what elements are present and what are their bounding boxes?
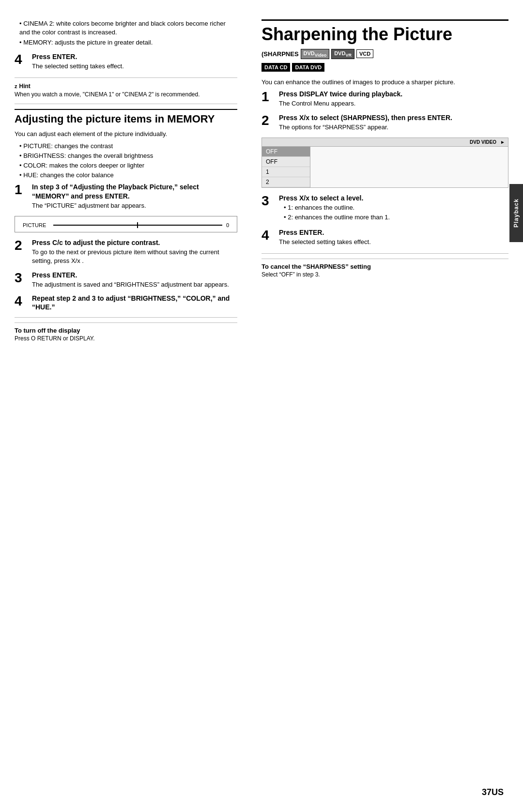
bullet-brightness: BRIGHTNESS: changes the overall brightne… <box>19 152 237 160</box>
bullet-color: COLOR: makes the colors deeper or lighte… <box>19 161 237 170</box>
memory-step1: 1 In step 3 of “Adjusting the Playback P… <box>15 183 237 212</box>
memory-step2-content: Press C/c to adjust the picture contrast… <box>29 238 237 268</box>
step4-left-content: Press ENTER. The selected setting takes … <box>29 52 237 73</box>
page: CINEMA 2: white colors become brighter a… <box>0 0 523 812</box>
divider3 <box>15 317 237 318</box>
memory-step3-desc: The adjustment is saved and “BRIGHTNESS”… <box>32 280 237 289</box>
top-bullets: CINEMA 2: white colors become brighter a… <box>15 19 237 47</box>
turn-off-title: To turn off the display <box>15 327 237 334</box>
adj-bar-zero: 0 <box>226 222 229 228</box>
sharpness-menu-body: OFF OFF 1 2 <box>262 147 508 187</box>
turn-off-section: To turn off the display Press O RETURN o… <box>15 322 237 342</box>
memory-step1-title: In step 3 of “Adjusting the Playback Pic… <box>32 183 237 200</box>
left-column: CINEMA 2: white colors become brighter a… <box>15 19 252 793</box>
right-step4: 4 Press ENTER. The selected setting take… <box>262 228 508 248</box>
right-column: Sharpening the Picture (SHARPNES DVDVide… <box>252 19 508 793</box>
memory-step1-content: In step 3 of “Adjusting the Playback Pic… <box>29 183 237 212</box>
badge-dvdvr: DVDVR <box>331 49 354 59</box>
badge-data-dvd: DATA DVD <box>292 63 324 72</box>
right-step1-content: Press DISPLAY twice during playback. The… <box>276 90 508 110</box>
cancel-title: To cancel the “SHARPNESS” setting <box>262 263 508 270</box>
sharpness-menu: DVD VIDEO ► OFF OFF 1 2 <box>262 138 508 188</box>
play-icon: ► <box>500 139 505 145</box>
divider1 <box>15 77 237 78</box>
right-divider <box>262 253 508 254</box>
section-title: Sharpening the Picture <box>262 19 508 44</box>
sharpness-menu-right <box>310 147 508 187</box>
right-step3-title: Press X/x to select a level. <box>279 194 508 202</box>
memory-intro: You can adjust each element of the pictu… <box>15 129 237 139</box>
adj-bar-track <box>53 225 222 226</box>
right-step4-content: Press ENTER. The selected setting takes … <box>276 228 508 248</box>
step4-left: 4 Press ENTER. The selected setting take… <box>15 52 237 73</box>
right-step1-desc: The Control Menu appears. <box>279 99 508 108</box>
badge-row-2: DATA CD DATA DVD <box>262 63 508 72</box>
cancel-section: To cancel the “SHARPNESS” setting Select… <box>262 259 508 278</box>
right-step2-number: 2 <box>262 113 276 128</box>
memory-step4-content: Repeat step 2 and 3 to adjust “BRIGHTNES… <box>29 294 237 312</box>
right-step1-number: 1 <box>262 90 276 105</box>
adj-bar-container: PICTURE 0 <box>15 216 237 232</box>
divider2 <box>15 104 237 104</box>
memory-step4: 4 Repeat step 2 and 3 to adjust “BRIGHTN… <box>15 294 237 312</box>
sharpness-option-1[interactable]: OFF <box>262 157 310 167</box>
memory-step4-title: Repeat step 2 and 3 to adjust “BRIGHTNES… <box>32 294 237 311</box>
hint-box: Hint When you watch a movie, "CINEMA 1" … <box>15 83 237 99</box>
sharpness-menu-header: DVD VIDEO ► <box>262 138 508 147</box>
adj-bar-row: PICTURE 0 <box>23 222 229 228</box>
right-step2-title: Press X/x to select (SHARPNESS), then pr… <box>279 113 508 122</box>
memory-step2-desc: To go to the next or previous picture it… <box>32 248 237 265</box>
sharpness-option-3[interactable]: 2 <box>262 177 310 187</box>
sharpness-option-2[interactable]: 1 <box>262 167 310 177</box>
turn-off-desc: Press O RETURN or DISPLAY. <box>15 335 237 342</box>
bullet-cinema2: CINEMA 2: white colors become brighter a… <box>19 19 237 37</box>
right-step3-content: Press X/x to select a level. 1: enhances… <box>276 194 508 225</box>
memory-section-title: Adjusting the picture items in MEMORY <box>15 109 237 125</box>
badge-dvdvideo: DVDVideo <box>301 49 330 59</box>
badge-data-cd: DATA CD <box>262 63 290 72</box>
right-intro: You can enhance the outlines of images t… <box>262 77 508 87</box>
memory-step1-number: 1 <box>15 183 29 198</box>
page-number: 37US <box>482 787 504 797</box>
right-step4-desc: The selected setting takes effect. <box>279 238 508 246</box>
bullet-hue: HUE: changes the color balance <box>19 171 237 180</box>
memory-step2: 2 Press C/c to adjust the picture contra… <box>15 238 237 268</box>
step4-left-title: Press ENTER. <box>32 52 237 61</box>
step4-left-desc: The selected setting takes effect. <box>32 62 237 71</box>
memory-step3: 3 Press ENTER. The adjustment is saved a… <box>15 271 237 291</box>
level-1-bullet: 1: enhances the outline. <box>284 203 508 212</box>
right-step2-desc: The options for “SHARPNESS” appear. <box>279 123 508 132</box>
adj-bar-label: PICTURE <box>23 222 49 228</box>
right-step3: 3 Press X/x to select a level. 1: enhanc… <box>262 194 508 225</box>
right-step2: 2 Press X/x to select (SHARPNESS), then … <box>262 113 508 134</box>
memory-step4-number: 4 <box>15 294 29 309</box>
memory-step3-title: Press ENTER. <box>32 271 237 279</box>
memory-step3-content: Press ENTER. The adjustment is saved and… <box>29 271 237 291</box>
right-step3-number: 3 <box>262 194 276 209</box>
right-step2-content: Press X/x to select (SHARPNESS), then pr… <box>276 113 508 134</box>
level-2-bullet: 2: enhances the outline more than 1. <box>284 213 508 222</box>
hint-text: When you watch a movie, "CINEMA 1" or "C… <box>15 91 237 99</box>
right-step1-title: Press DISPLAY twice during playback. <box>279 90 508 98</box>
bullet-memory: MEMORY: adjusts the picture in greater d… <box>19 38 237 47</box>
step4-left-number: 4 <box>15 52 29 67</box>
memory-step3-number: 3 <box>15 271 29 286</box>
sharpness-menu-header-label: DVD VIDEO <box>470 139 496 145</box>
badge-row-1: (SHARPNES DVDVideo DVDVR VCD <box>262 49 508 59</box>
cancel-desc: Select “OFF” in step 3. <box>262 271 508 278</box>
right-step4-number: 4 <box>262 228 276 243</box>
sharpness-menu-options: OFF OFF 1 2 <box>262 147 310 187</box>
sharpness-option-0[interactable]: OFF <box>262 147 310 157</box>
right-step3-bullets: 1: enhances the outline. 2: enhances the… <box>279 203 508 222</box>
hint-label: Hint <box>15 83 237 90</box>
memory-step2-number: 2 <box>15 238 29 253</box>
right-step4-title: Press ENTER. <box>279 228 508 237</box>
memory-step1-desc: The “PICTURE” adjustment bar appears. <box>32 201 237 210</box>
badge-vcd: VCD <box>356 49 373 58</box>
right-step1: 1 Press DISPLAY twice during playback. T… <box>262 90 508 110</box>
memory-bullets: PICTURE: changes the contrast BRIGHTNESS… <box>15 142 237 180</box>
bullet-picture: PICTURE: changes the contrast <box>19 142 237 151</box>
adj-bar-marker <box>137 222 138 228</box>
memory-step2-title: Press C/c to adjust the picture contrast… <box>32 238 237 247</box>
playback-tab: Playback <box>509 184 523 242</box>
